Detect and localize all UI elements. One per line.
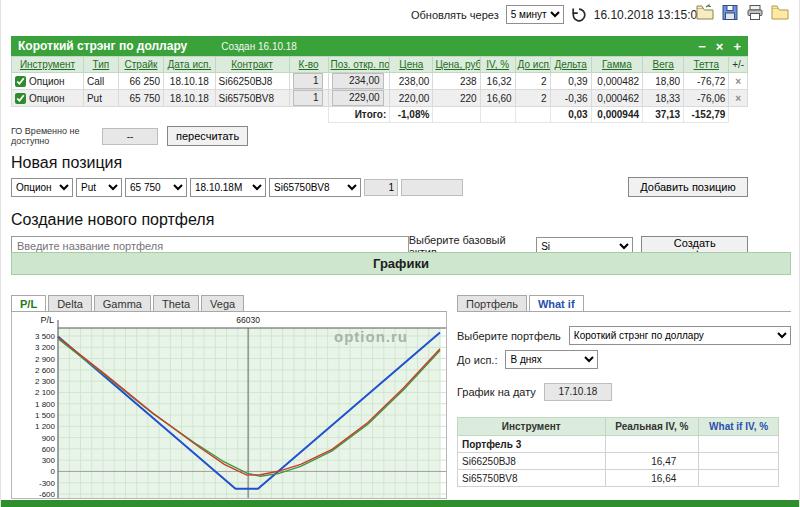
col-open-price[interactable]: Поз. откр. по xyxy=(328,57,390,73)
svg-text:1 500: 1 500 xyxy=(35,411,56,420)
col-strike[interactable]: Страйк xyxy=(118,57,163,73)
np-price-box xyxy=(401,179,463,196)
portfolio-window: Короткий стрэнг по доллару Создан 16.10.… xyxy=(11,36,748,146)
svg-text:1 800: 1 800 xyxy=(35,400,56,409)
watermark: option.ru xyxy=(334,328,408,345)
row2-open-input[interactable]: 229,00 xyxy=(332,90,384,106)
iv-col-whatif: What if IV, % xyxy=(699,418,779,436)
tab-theta[interactable]: Theta xyxy=(153,295,199,311)
np-strike-select[interactable]: 65 750 xyxy=(125,178,187,197)
days-select[interactable]: В днях xyxy=(505,350,598,369)
row1-strike: 66 250 xyxy=(118,73,163,90)
svg-text:3 200: 3 200 xyxy=(35,343,56,352)
np-instrument-select[interactable]: Опцион xyxy=(11,178,73,197)
print-icon[interactable] xyxy=(746,4,764,21)
row2-delete-icon[interactable]: × xyxy=(729,90,748,107)
col-instrument[interactable]: Инструмент xyxy=(12,57,84,73)
iv-header-row: Инструмент Реальная IV, % What if IV, % xyxy=(458,418,779,436)
pl-chart[interactable]: 3 5003 2002 9002 6002 3002 1001 8001 500… xyxy=(11,311,447,499)
select-portfolio-label: Выберите портфель xyxy=(457,330,561,342)
svg-text:900: 900 xyxy=(42,434,56,443)
row1-expiry: 18.10.18 xyxy=(164,73,215,90)
iv-row2-whatif[interactable] xyxy=(699,470,779,487)
select-portfolio-row: Выберите портфель Короткий стрэнг по дол… xyxy=(457,326,791,345)
add-position-button[interactable]: Добавить позицию xyxy=(628,177,748,197)
refresh-interval-select[interactable]: 5 минут xyxy=(506,5,564,24)
row1-instrument: Опцион xyxy=(29,76,65,87)
row1-open-input[interactable]: 234,00 xyxy=(332,73,384,89)
row1-qty-input[interactable]: 1 xyxy=(293,73,323,89)
iv-col-real: Реальная IV, % xyxy=(605,418,699,436)
col-vega[interactable]: Вега xyxy=(643,57,684,73)
tab-whatif[interactable]: What if xyxy=(529,295,584,311)
np-contract-select[interactable]: Si65750BV8 xyxy=(269,178,361,197)
row1-type: Call xyxy=(83,73,118,90)
np-type-select[interactable]: Put xyxy=(76,178,122,197)
row1-contract: Si66250BJ8 xyxy=(215,73,289,90)
col-iv[interactable]: IV, % xyxy=(480,57,515,73)
tab-portfolio[interactable]: Портфель xyxy=(457,295,527,311)
row1-vega: 18,80 xyxy=(643,73,684,90)
minimize-icon[interactable]: − xyxy=(698,40,706,53)
svg-text:2 600: 2 600 xyxy=(35,366,56,375)
svg-text:P/L: P/L xyxy=(40,315,54,325)
col-price[interactable]: Цена xyxy=(390,57,433,73)
topbar: Обновлять через 5 минут 16.10.2018 13:15… xyxy=(1,0,799,30)
iv-group-row: Портфель 3 xyxy=(458,436,779,453)
row2-checkbox[interactable] xyxy=(15,93,26,104)
col-theta[interactable]: Тетта xyxy=(684,57,729,73)
iv-table: Инструмент Реальная IV, % What if IV, % … xyxy=(457,417,779,487)
row1-days: 2 xyxy=(515,73,550,90)
totals-row: Итого: -1,08% 0,03 0,000944 37,13 -152,7… xyxy=(12,107,748,123)
tab-gamma[interactable]: Gamma xyxy=(94,295,151,311)
recalculate-button[interactable]: пересчитать xyxy=(167,126,248,146)
whatif-panel: Портфель What if Выберите портфель Корот… xyxy=(457,293,791,499)
table-header-row: Инструмент Тип Страйк Дата исп. Контракт… xyxy=(12,57,748,73)
col-qty[interactable]: К-во xyxy=(289,57,328,73)
total-gamma: 0,000944 xyxy=(591,107,642,123)
col-days[interactable]: До исп. xyxy=(515,57,550,73)
row1-checkbox[interactable] xyxy=(15,76,26,87)
tab-pl[interactable]: P/L xyxy=(11,295,46,311)
folder-icon[interactable] xyxy=(771,4,789,21)
close-icon[interactable]: × xyxy=(716,40,724,53)
portfolio-title: Короткий стрэнг по доллару xyxy=(18,39,187,53)
np-qty-input[interactable] xyxy=(364,179,398,196)
col-gamma[interactable]: Гамма xyxy=(591,57,642,73)
row2-qty-input[interactable]: 1 xyxy=(293,90,323,106)
svg-text:-300: -300 xyxy=(39,479,56,488)
tab-vega[interactable]: Vega xyxy=(201,295,244,311)
np-expiry-select[interactable]: 18.10.18М xyxy=(190,178,266,197)
col-delta[interactable]: Дельта xyxy=(550,57,591,73)
open-icon[interactable] xyxy=(696,4,714,21)
svg-text:3 500: 3 500 xyxy=(35,332,56,341)
row2-expiry: 18.10.18 xyxy=(164,90,215,107)
tab-delta[interactable]: Delta xyxy=(48,295,92,311)
row2-days: 2 xyxy=(515,90,550,107)
toolbar-icons xyxy=(696,4,789,21)
days-row: До исп.: В днях xyxy=(457,350,791,369)
row2-price: 220,00 xyxy=(390,90,433,107)
iv-group-label: Портфель 3 xyxy=(458,436,606,453)
iv-row1-whatif[interactable] xyxy=(699,453,779,470)
iv-row1-real: 16,47 xyxy=(605,453,699,470)
col-contract[interactable]: Контракт xyxy=(215,57,289,73)
margin-value-box: -- xyxy=(102,128,158,145)
chart-date-value: 17.10.18 xyxy=(544,383,612,401)
col-expiry[interactable]: Дата исп. xyxy=(164,57,215,73)
total-label: Итого: xyxy=(328,107,390,123)
days-label: До исп.: xyxy=(457,354,497,366)
portfolio-select[interactable]: Короткий стрэнг по доллару xyxy=(569,326,791,345)
whatif-tabs: Портфель What if xyxy=(457,293,791,311)
save-icon[interactable] xyxy=(721,4,739,21)
row2-iv: 16,60 xyxy=(480,90,515,107)
col-type[interactable]: Тип xyxy=(83,57,118,73)
refresh-icon[interactable] xyxy=(571,7,587,23)
whatif-body: Выберите портфель Короткий стрэнг по дол… xyxy=(457,311,791,499)
row2-theta: -76,06 xyxy=(684,90,729,107)
col-price-rub[interactable]: Цена, руб. xyxy=(433,57,480,73)
row2-type: Put xyxy=(83,90,118,107)
portfolio-window-buttons: − × + xyxy=(698,40,741,53)
add-icon[interactable]: + xyxy=(733,40,741,53)
row1-delete-icon[interactable]: × xyxy=(729,73,748,90)
